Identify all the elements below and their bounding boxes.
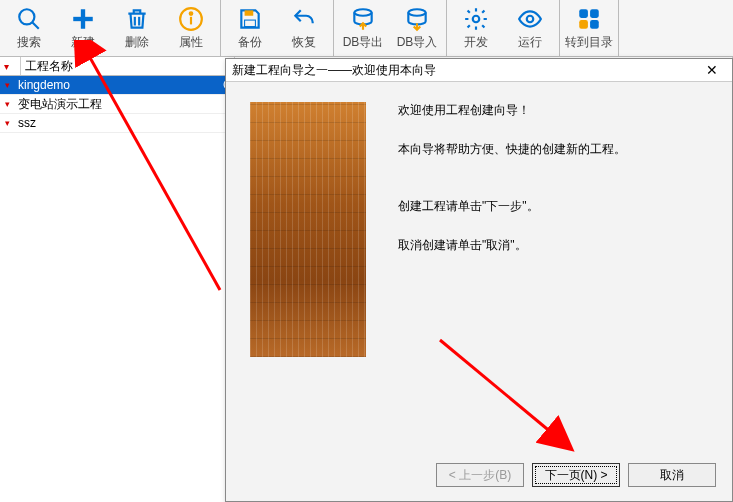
wizard-line-1: 欢迎使用工程创建向导！: [398, 102, 626, 119]
db-down-icon: [403, 5, 431, 33]
grid-icon: [575, 5, 603, 33]
wizard-line-3: 创建工程请单击"下一步"。: [398, 198, 626, 215]
prev-button: < 上一步(B): [436, 463, 524, 487]
toolbar-db-up-button[interactable]: DB导出: [336, 0, 390, 56]
svg-rect-10: [245, 20, 256, 27]
toolbar-save-button[interactable]: 备份: [223, 0, 277, 56]
svg-rect-17: [579, 20, 588, 29]
toolbar-info-button[interactable]: 属性: [164, 0, 218, 56]
flag-icon: ▾: [0, 118, 14, 128]
flag-icon: ▾: [4, 61, 9, 72]
gear-icon: [462, 5, 490, 33]
toolbar-search-button[interactable]: 搜索: [2, 0, 56, 56]
db-up-icon: [349, 5, 377, 33]
wizard-banner-image: [250, 102, 366, 357]
toolbar-label: 恢复: [292, 34, 316, 51]
next-button[interactable]: 下一页(N) >: [532, 463, 620, 487]
svg-rect-15: [579, 9, 588, 18]
toolbar-label: 备份: [238, 34, 262, 51]
svg-rect-16: [590, 9, 599, 18]
wizard-text: 欢迎使用工程创建向导！ 本向导将帮助方便、快捷的创建新的工程。 创建工程请单击"…: [398, 102, 626, 357]
toolbar-db-down-button[interactable]: DB导入: [390, 0, 444, 56]
info-icon: [177, 5, 205, 33]
wizard-line-2: 本向导将帮助方便、快捷的创建新的工程。: [398, 141, 626, 158]
svg-point-13: [473, 16, 480, 23]
svg-point-8: [190, 12, 193, 15]
flag-icon: ▾: [0, 99, 14, 109]
col-name[interactable]: 工程名称: [21, 57, 235, 75]
toolbar-label: 开发: [464, 34, 488, 51]
new-project-wizard-dialog: 新建工程向导之一——欢迎使用本向导 ✕ 欢迎使用工程创建向导！ 本向导将帮助方便…: [225, 58, 733, 502]
svg-point-12: [408, 9, 425, 16]
col-flag: ▾: [0, 57, 21, 75]
toolbar-grid-button[interactable]: 转到目录: [562, 0, 616, 56]
main-toolbar: 搜索新建删除属性备份恢复DB导出DB导入开发运行转到目录: [0, 0, 733, 57]
wizard-line-4: 取消创建请单击"取消"。: [398, 237, 626, 254]
project-name: 变电站演示工程: [14, 96, 223, 113]
svg-line-1: [32, 22, 39, 29]
toolbar-trash-button[interactable]: 删除: [110, 0, 164, 56]
svg-point-11: [354, 9, 371, 16]
toolbar-label: 搜索: [17, 34, 41, 51]
dialog-title-text: 新建工程向导之一——欢迎使用本向导: [232, 62, 698, 79]
project-name: ssz: [14, 116, 223, 130]
close-icon[interactable]: ✕: [698, 61, 726, 79]
dialog-footer: < 上一步(B) 下一页(N) > 取消: [436, 463, 716, 487]
toolbar-gear-button[interactable]: 开发: [449, 0, 503, 56]
search-icon: [15, 5, 43, 33]
dialog-titlebar[interactable]: 新建工程向导之一——欢迎使用本向导 ✕: [226, 59, 732, 82]
svg-rect-3: [73, 17, 93, 21]
toolbar-label: 属性: [179, 34, 203, 51]
undo-icon: [290, 5, 318, 33]
toolbar-undo-button[interactable]: 恢复: [277, 0, 331, 56]
svg-rect-18: [590, 20, 599, 29]
toolbar-plus-button[interactable]: 新建: [56, 0, 110, 56]
svg-point-0: [19, 9, 34, 24]
save-icon: [236, 5, 264, 33]
cancel-button[interactable]: 取消: [628, 463, 716, 487]
toolbar-label: DB导出: [343, 34, 384, 51]
project-name: kingdemo: [14, 78, 223, 92]
svg-rect-9: [245, 10, 254, 15]
eye-icon: [516, 5, 544, 33]
flag-icon: ▾: [0, 80, 14, 90]
toolbar-label: 新建: [71, 34, 95, 51]
toolbar-label: DB导入: [397, 34, 438, 51]
toolbar-eye-button[interactable]: 运行: [503, 0, 557, 56]
trash-icon: [123, 5, 151, 33]
toolbar-label: 运行: [518, 34, 542, 51]
plus-icon: [69, 5, 97, 33]
toolbar-label: 转到目录: [565, 34, 613, 51]
svg-point-14: [527, 16, 534, 23]
toolbar-label: 删除: [125, 34, 149, 51]
